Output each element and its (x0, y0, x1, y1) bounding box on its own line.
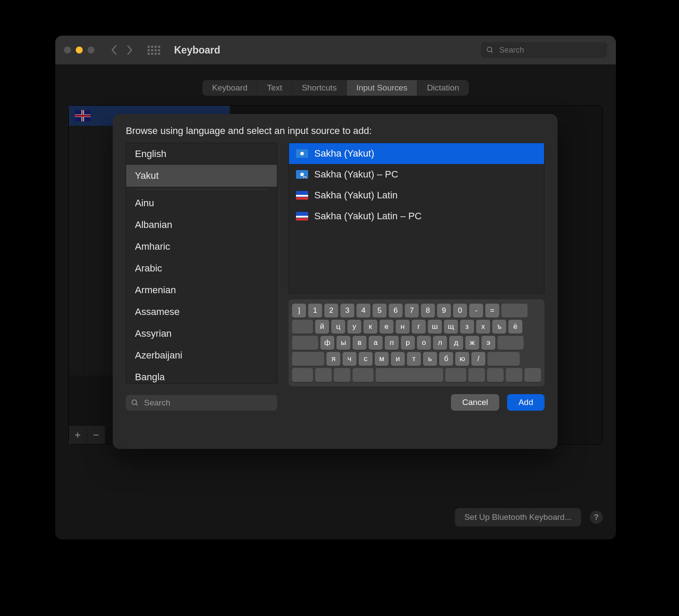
show-all-icon[interactable] (148, 46, 160, 55)
key (524, 368, 541, 382)
titlebar: Keyboard (55, 36, 616, 64)
minimize-window-button[interactable] (76, 47, 83, 54)
key: р (401, 336, 415, 350)
language-armenian[interactable]: Armenian (126, 279, 277, 301)
key (487, 352, 520, 366)
key: 6 (389, 304, 403, 318)
sheet-search-input[interactable] (143, 398, 272, 408)
sheet-title: Browse using language and select an inpu… (126, 125, 545, 137)
sakha-flag-icon (296, 149, 308, 158)
key: / (471, 352, 485, 366)
key (292, 352, 324, 366)
key: а (369, 336, 383, 350)
back-button[interactable] (108, 44, 120, 56)
key: м (375, 352, 389, 366)
key (468, 368, 485, 382)
key (376, 368, 443, 382)
key: = (485, 304, 499, 318)
key: ю (455, 352, 469, 366)
key: 2 (324, 304, 338, 318)
language-arabic[interactable]: Arabic (126, 258, 277, 279)
forward-button[interactable] (124, 44, 135, 56)
language-amharic[interactable]: Amharic (126, 236, 277, 258)
key: 5 (373, 304, 387, 318)
key: с (359, 352, 373, 366)
sakha-latin-flag-icon (296, 191, 308, 200)
key: ъ (492, 320, 506, 334)
key: п (385, 336, 399, 350)
key (487, 368, 504, 382)
choice-sakha-latin-pc[interactable]: PC Sakha (Yakut) Latin – PC (289, 206, 544, 227)
key: 8 (421, 304, 435, 318)
key: ф (320, 336, 334, 350)
choice-sakha[interactable]: Sakha (Yakut) (289, 143, 544, 164)
choice-label: Sakha (Yakut) Latin (314, 190, 398, 201)
key: д (449, 336, 463, 350)
key: ] (292, 304, 306, 318)
preferences-window: Keyboard Keyboard Text Shortcuts Input S… (55, 36, 616, 539)
key: й (315, 320, 329, 334)
search-icon (486, 46, 494, 54)
key (353, 368, 373, 382)
close-window-button[interactable] (64, 47, 71, 54)
key (292, 368, 313, 382)
cancel-button[interactable]: Cancel (451, 394, 499, 411)
choice-label: Sakha (Yakut) Latin – PC (314, 211, 422, 222)
key (292, 336, 318, 350)
window-controls (64, 47, 94, 54)
key: щ (444, 320, 458, 334)
key: т (407, 352, 421, 366)
language-azerbaijani[interactable]: Azerbaijani (126, 345, 277, 366)
choice-sakha-pc[interactable]: Sakha (Yakut) – PC (289, 164, 544, 185)
key: ь (423, 352, 437, 366)
key: к (363, 320, 377, 334)
key: ё (508, 320, 522, 334)
key (315, 368, 332, 382)
add-input-source-sheet: Browse using language and select an inpu… (113, 114, 558, 449)
keyboard-preview: ]1234567890-= йцукенгшщзхъё фывапролджэ … (289, 299, 545, 386)
key (497, 336, 524, 350)
titlebar-search-field[interactable] (481, 42, 607, 58)
choice-sakha-latin[interactable]: Sakha (Yakut) Latin (289, 185, 544, 206)
language-albanian[interactable]: Albanian (126, 214, 277, 236)
input-source-choices[interactable]: Sakha (Yakut) Sakha (Yakut) – PC Sakha (… (289, 143, 545, 293)
language-assamese[interactable]: Assamese (126, 301, 277, 323)
key: и (391, 352, 405, 366)
key: у (347, 320, 361, 334)
choice-label: Sakha (Yakut) (314, 148, 374, 159)
key: - (469, 304, 483, 318)
key: о (417, 336, 431, 350)
key: 3 (340, 304, 354, 318)
sakha-pc-flag-icon (296, 170, 308, 179)
zoom-window-button[interactable] (87, 47, 94, 54)
key (506, 368, 522, 382)
key (334, 368, 350, 382)
key: е (380, 320, 393, 334)
svg-line-1 (491, 51, 493, 53)
key: з (460, 320, 474, 334)
key: в (353, 336, 366, 350)
key: я (326, 352, 340, 366)
language-divider (135, 189, 268, 190)
language-list[interactable]: English Yakut Ainu Albanian Amharic Arab… (126, 143, 277, 384)
language-english[interactable]: English (126, 143, 277, 165)
choice-label: Sakha (Yakut) – PC (314, 169, 398, 180)
sheet-search-field[interactable] (126, 395, 277, 411)
key: 9 (437, 304, 451, 318)
language-assyrian[interactable]: Assyrian (126, 323, 277, 345)
svg-point-0 (487, 47, 492, 52)
key (292, 320, 313, 334)
add-button[interactable]: Add (507, 394, 545, 411)
key: 0 (453, 304, 467, 318)
titlebar-search-input[interactable] (498, 45, 602, 55)
key: ц (331, 320, 345, 334)
search-icon (131, 399, 139, 407)
key: н (396, 320, 410, 334)
language-bangla[interactable]: Bangla (126, 366, 277, 384)
key: ч (343, 352, 356, 366)
language-ainu[interactable]: Ainu (126, 192, 277, 214)
key: б (439, 352, 453, 366)
language-yakut[interactable]: Yakut (126, 165, 277, 187)
key: ж (465, 336, 479, 350)
key (445, 368, 466, 382)
